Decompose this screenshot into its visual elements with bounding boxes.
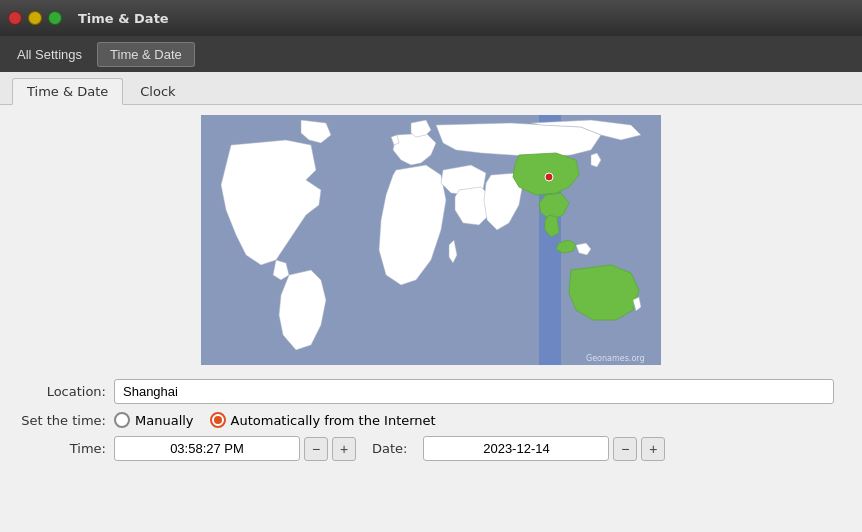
time-increment-button[interactable]: + xyxy=(332,437,356,461)
date-label: Date: xyxy=(372,441,407,456)
navbar: All Settings Time & Date xyxy=(0,36,862,72)
set-time-row: Set the time: Manually Automatically fro… xyxy=(16,412,846,428)
titlebar: Time & Date xyxy=(0,0,862,36)
date-increment-button[interactable]: + xyxy=(641,437,665,461)
radio-auto-option[interactable]: Automatically from the Internet xyxy=(210,412,436,428)
date-input[interactable] xyxy=(423,436,609,461)
minimize-button[interactable] xyxy=(28,11,42,25)
time-label: Time: xyxy=(16,441,106,456)
location-input[interactable] xyxy=(114,379,834,404)
tabs-bar: Time & Date Clock xyxy=(0,72,862,105)
radio-manually-label: Manually xyxy=(135,413,194,428)
location-label: Location: xyxy=(16,384,106,399)
svg-point-2 xyxy=(545,173,553,181)
date-decrement-button[interactable]: − xyxy=(613,437,637,461)
tab-time-date[interactable]: Time & Date xyxy=(12,78,123,105)
map-wrapper: Geonames.org xyxy=(0,105,862,371)
form-section: Location: Set the time: Manually Automat… xyxy=(0,371,862,477)
radio-auto-dot xyxy=(214,416,222,424)
radio-manually-option[interactable]: Manually xyxy=(114,412,194,428)
set-time-label: Set the time: xyxy=(16,413,106,428)
nav-time-date[interactable]: Time & Date xyxy=(97,42,195,67)
time-group: − + xyxy=(114,436,356,461)
time-decrement-button[interactable]: − xyxy=(304,437,328,461)
window-title: Time & Date xyxy=(78,11,169,26)
maximize-button[interactable] xyxy=(48,11,62,25)
time-date-controls: − + Date: − + xyxy=(114,436,665,461)
radio-group: Manually Automatically from the Internet xyxy=(114,412,436,428)
close-button[interactable] xyxy=(8,11,22,25)
map-watermark: Geonames.org xyxy=(586,354,645,363)
radio-auto-circle[interactable] xyxy=(210,412,226,428)
main-content: Time & Date Clock xyxy=(0,72,862,532)
date-group: − + xyxy=(423,436,665,461)
world-map[interactable]: Geonames.org xyxy=(201,115,661,365)
time-date-row: Time: − + Date: − + xyxy=(16,436,846,461)
nav-all-settings[interactable]: All Settings xyxy=(4,42,95,67)
radio-auto-label: Automatically from the Internet xyxy=(231,413,436,428)
time-input[interactable] xyxy=(114,436,300,461)
location-row: Location: xyxy=(16,379,846,404)
radio-manually-circle[interactable] xyxy=(114,412,130,428)
map-svg: Geonames.org xyxy=(201,115,661,365)
window-controls xyxy=(8,11,62,25)
tab-clock[interactable]: Clock xyxy=(125,78,190,104)
